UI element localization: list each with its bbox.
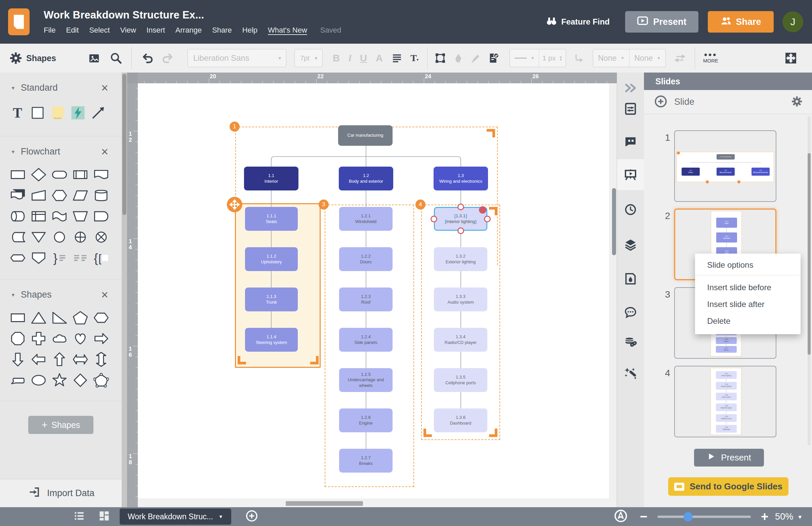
shape-merge[interactable] [28, 227, 49, 247]
undo-icon[interactable] [142, 52, 154, 64]
presentation-icon[interactable] [617, 159, 644, 190]
node-1.2.5[interactable]: 1.2.5Undercarriage and wheels [339, 368, 393, 392]
shape-arrow-right[interactable] [91, 328, 112, 349]
shape-data-button[interactable] [488, 52, 499, 64]
shape-off-page-link[interactable] [8, 247, 28, 268]
shape-predefined-process[interactable] [70, 164, 91, 185]
shape-manual-input[interactable] [28, 185, 49, 206]
slide-badge-1[interactable]: 1 [230, 122, 240, 132]
import-data-button[interactable]: Import Data [0, 479, 122, 507]
section-caret-icon[interactable]: ▼ [11, 292, 15, 298]
shape-connector[interactable] [49, 227, 70, 247]
shape-arrow-left-right[interactable] [70, 349, 91, 370]
node-1.2[interactable]: 1.2Body and exterior [339, 167, 393, 191]
slide-thumbnail-4[interactable]: 1.3.1Interior lighting1.3.2Exterior ligh… [674, 366, 777, 437]
page-tab[interactable]: Work Breakdown Struc...▼ [120, 509, 231, 525]
section-caret-icon[interactable]: ▼ [11, 85, 15, 91]
region-corner-handle[interactable] [310, 356, 319, 364]
canvas-viewport[interactable]: Car manufacturing1.1Interior1.1.1Seats1.… [138, 83, 617, 507]
zoom-slider-handle[interactable] [684, 512, 693, 521]
shape-off-page-reference[interactable] [28, 247, 49, 268]
line-style-select[interactable]: ▼ [510, 49, 539, 67]
shapes-manager-label[interactable]: Shapes [26, 54, 56, 63]
present-button[interactable]: Present [625, 11, 698, 33]
slide-thumbnail-1[interactable]: Car manufacturing1.1Interior1.2Body and … [674, 130, 777, 202]
font-size-select[interactable]: 7pt▼ [294, 49, 323, 67]
shape-manual-operation[interactable] [70, 206, 91, 227]
shape-octagon[interactable] [8, 328, 28, 349]
section-close-icon[interactable]: × [101, 149, 108, 155]
menu-edit[interactable]: Edit [66, 26, 79, 34]
zoom-level[interactable]: 50% [775, 512, 793, 522]
document-title[interactable]: Work Breakdown Structure Ex... [44, 9, 341, 21]
node-1.2.6[interactable]: 1.2.6Engine [339, 408, 393, 432]
comments-icon[interactable] [617, 297, 644, 328]
history-icon[interactable] [617, 194, 644, 225]
shape-right-triangle[interactable] [49, 307, 70, 328]
shape-arrow-up[interactable] [49, 349, 70, 370]
endpoint-style-controls[interactable]: None▼None▼ [593, 49, 666, 67]
shape-process[interactable] [8, 164, 28, 185]
font-family-select[interactable]: Liberation Sans▼ [188, 49, 286, 67]
slide-region-4[interactable] [421, 205, 500, 440]
menu-what-s-new[interactable]: What's New [268, 26, 307, 34]
rotate-handle[interactable] [479, 206, 486, 214]
section-close-icon[interactable]: × [101, 85, 108, 91]
app-logo-icon[interactable] [8, 9, 30, 35]
shape-polygon-editable[interactable] [91, 370, 112, 391]
connection-handle[interactable] [431, 216, 437, 222]
region-corner-handle[interactable] [237, 356, 246, 364]
shape-decision[interactable] [28, 164, 49, 185]
shape-terminator[interactable] [49, 164, 70, 185]
magic-wand-icon[interactable] [617, 358, 644, 389]
notes-icon[interactable] [617, 126, 644, 157]
shape-rectangle[interactable] [28, 101, 48, 125]
node-1.1.1[interactable]: 1.1.1Seats [245, 207, 298, 231]
feature-find-button[interactable]: Feature Find [546, 15, 610, 29]
shape-pentagon[interactable] [70, 307, 91, 328]
grid-view-icon[interactable] [98, 510, 110, 523]
connection-handle[interactable] [458, 227, 464, 234]
add-shapes-button[interactable]: +Shapes [28, 416, 93, 434]
shape-triangle[interactable] [28, 307, 49, 328]
document-list-icon[interactable] [73, 510, 85, 523]
shape-rectangle2[interactable] [8, 307, 28, 328]
region-corner-handle[interactable] [489, 207, 497, 215]
zoom-slider[interactable] [657, 515, 751, 518]
send-to-google-slides-button[interactable]: Send to Google Slides [668, 477, 788, 496]
region-corner-handle[interactable] [487, 129, 495, 137]
menu-insert[interactable]: Insert [147, 26, 165, 34]
node-1.3.6[interactable]: 1.3.6Dashboard [434, 408, 487, 432]
shape-internal-storage[interactable] [28, 206, 49, 227]
shape-document[interactable] [91, 164, 112, 185]
shape-preparation[interactable] [49, 185, 70, 206]
shape-direct-access-storage[interactable] [8, 206, 28, 227]
share-button[interactable]: Share [708, 11, 774, 33]
menu-select[interactable]: Select [89, 26, 110, 34]
section-caret-icon[interactable]: ▼ [11, 149, 15, 154]
context-menu-item-insert-slide-after[interactable]: Insert slide after [695, 296, 801, 313]
layers-icon[interactable] [617, 229, 644, 260]
add-slide-label[interactable]: Slide [674, 97, 792, 107]
fit-to-screen-icon[interactable] [614, 509, 628, 524]
slide-badge-2-move[interactable] [227, 197, 242, 212]
shape-or-junction[interactable] [70, 227, 91, 247]
slide-badge-4[interactable]: 4 [416, 199, 425, 210]
shape-annotation-lines[interactable] [70, 247, 91, 268]
node-1.3.3[interactable]: 1.3.3Audio system [434, 287, 487, 311]
shapes-manager-gear-icon[interactable] [10, 52, 21, 64]
shape-lightning-bolt[interactable] [68, 101, 88, 125]
document-page[interactable]: Car manufacturing1.1Interior1.1.1Seats1.… [138, 83, 609, 498]
node-1.1.2[interactable]: 1.1.2Upholstery [245, 247, 298, 271]
menu-file[interactable]: File [44, 26, 56, 34]
region-corner-handle[interactable] [423, 429, 432, 437]
shape-arrow-left[interactable] [28, 349, 49, 370]
shape-star[interactable] [49, 370, 70, 391]
shape-cross[interactable] [28, 328, 49, 349]
slides-scrollbar[interactable] [808, 116, 811, 446]
shape-database[interactable] [91, 185, 112, 206]
node-1.1.3[interactable]: 1.1.3Trunk [245, 287, 298, 311]
shape-sticky-note[interactable] [48, 101, 68, 125]
slides-present-button[interactable]: Present [694, 449, 764, 467]
shape-multiple-documents[interactable] [8, 185, 28, 206]
